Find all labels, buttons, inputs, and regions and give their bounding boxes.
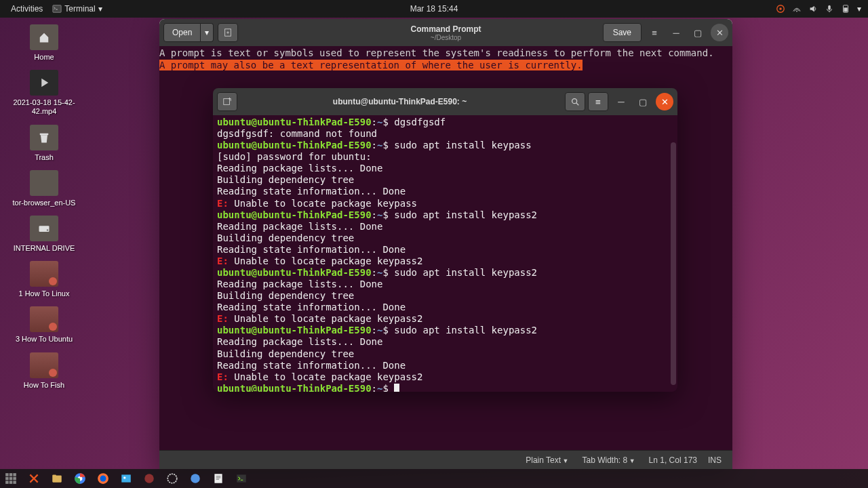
terminal-line: ubuntu@ubuntu-ThinkPad-E590:~$ sudo apt … (217, 325, 673, 336)
maximize-button[interactable]: ▢ (634, 93, 652, 110)
folder-icon (30, 306, 58, 332)
minimize-button[interactable]: ─ (667, 24, 685, 41)
svg-point-31 (144, 474, 154, 483)
desktop-icon[interactable]: Trash (7, 125, 81, 162)
hamburger-menu-button[interactable]: ≡ (646, 24, 663, 41)
desktop-icon-label: 3 How To Ubuntu (16, 335, 73, 344)
tabwidth-dropdown[interactable]: Tab Width: 8 (582, 455, 635, 465)
folder-icon (30, 170, 58, 196)
dock-app-x[interactable] (27, 472, 41, 485)
circle-icon (166, 472, 178, 485)
chrome-icon (74, 472, 86, 485)
svg-rect-21 (9, 481, 13, 484)
dock-app-circle[interactable] (165, 472, 179, 485)
gedit-subtitle-label: ~/Desktop (410, 34, 481, 41)
terminal-line: E: Unable to locate package keypass (217, 198, 673, 209)
syntax-dropdown[interactable]: Plain Text (526, 455, 568, 465)
terminal-line: E: Unable to locate package keypass2 (217, 313, 673, 325)
search-button[interactable] (565, 92, 585, 111)
svg-point-3 (796, 11, 797, 12)
terminal-line: Reading state information... Done (217, 360, 673, 371)
desktop-icon-label: 1 How To Linux (18, 289, 69, 298)
activities-button[interactable]: Activities (7, 4, 47, 14)
svg-rect-15 (9, 473, 13, 476)
svg-rect-8 (40, 133, 49, 135)
new-document-icon (223, 28, 233, 37)
desktop-icon-label: Trash (35, 153, 54, 162)
chevron-down-icon[interactable]: ▾ (857, 4, 861, 14)
open-recent-dropdown[interactable]: ▾ (201, 23, 214, 42)
terminal-line: ubuntu@ubuntu-ThinkPad-E590:~$ sudo apt … (217, 267, 673, 279)
terminal-line: Building dependency tree (217, 174, 673, 186)
dock-app-gedit[interactable] (212, 472, 225, 485)
dock-app-image-viewer[interactable] (119, 472, 133, 485)
terminal-line: Reading state information... Done (217, 302, 673, 313)
terminal-title: ubuntu@ubuntu-ThinkPad-E590: ~ (237, 97, 562, 106)
volume-icon[interactable] (808, 4, 818, 14)
svg-rect-20 (5, 481, 9, 484)
desktop-icon[interactable]: tor-browser_en-US (7, 170, 81, 207)
desktop-icon[interactable]: 3 How To Ubuntu (7, 306, 81, 344)
network-icon[interactable] (792, 4, 802, 14)
new-tab-button[interactable] (217, 92, 237, 111)
svg-rect-4 (828, 5, 831, 10)
desktop-icon[interactable]: 2021-03-18 15-42-42.mp4 (7, 70, 81, 116)
desktop-icon-label: INTERNAL DRIVE (14, 244, 75, 253)
mic-icon[interactable] (825, 4, 834, 14)
terminal-line: ubuntu@ubuntu-ThinkPad-E590:~$ (217, 383, 673, 392)
desktop-icon[interactable]: Home (7, 24, 81, 62)
dock-app-blue[interactable] (189, 472, 202, 485)
minimize-button[interactable]: ─ (612, 93, 630, 110)
svg-rect-24 (52, 474, 56, 476)
insert-mode-label[interactable]: INS (708, 455, 722, 465)
screencast-icon[interactable] (776, 4, 785, 14)
dock (0, 469, 868, 488)
dock-app-firefox[interactable] (96, 472, 110, 485)
close-button[interactable]: ✕ (711, 24, 728, 41)
svg-rect-6 (844, 7, 847, 12)
clock-label[interactable]: Mar 18 15:44 (410, 4, 458, 14)
dock-app-red[interactable] (142, 472, 156, 485)
svg-rect-16 (13, 473, 16, 476)
gedit-line-selected: A prompt may also be a text representati… (159, 60, 583, 70)
terminal-line: ubuntu@ubuntu-ThinkPad-E590:~$ dgsdfgsdf (217, 117, 673, 128)
desktop-icon[interactable]: How To Fish (7, 352, 81, 390)
desktop-icon[interactable]: 1 How To Linux (7, 261, 81, 298)
dock-app-terminal[interactable] (235, 472, 248, 485)
gedit-title-label: Command Prompt (410, 24, 481, 34)
svg-rect-17 (5, 477, 9, 481)
terminal-line: Reading state information... Done (217, 186, 673, 197)
svg-point-2 (779, 7, 782, 10)
svg-marker-7 (41, 79, 48, 87)
terminal-line: [sudo] password for ubuntu: (217, 151, 673, 163)
system-tray: ▾ (776, 4, 861, 14)
show-apps-button[interactable] (4, 472, 18, 485)
folder-icon (30, 125, 58, 150)
close-button[interactable]: ✕ (656, 93, 673, 110)
svg-rect-0 (53, 5, 61, 13)
desktop-icon-label: How To Fish (24, 381, 64, 390)
folder-icon (30, 352, 58, 378)
open-button[interactable]: Open (163, 23, 201, 42)
svg-rect-14 (5, 473, 9, 476)
terminal-icon (52, 4, 62, 14)
terminal-body[interactable]: ubuntu@ubuntu-ThinkPad-E590:~$ dgsdfgsdf… (213, 115, 677, 392)
new-tab-button[interactable] (218, 23, 238, 42)
scrollbar[interactable] (671, 142, 676, 385)
terminal-line: Building dependency tree (217, 290, 673, 302)
hamburger-menu-button[interactable]: ≡ (588, 92, 608, 111)
save-button[interactable]: Save (603, 23, 642, 42)
dock-app-chrome[interactable] (73, 472, 87, 485)
terminal-line: Reading state information... Done (217, 244, 673, 256)
desktop-icon[interactable]: INTERNAL DRIVE (7, 216, 81, 253)
terminal-header: ubuntu@ubuntu-ThinkPad-E590: ~ ≡ ─ ▢ ✕ (213, 88, 677, 115)
dock-app-files[interactable] (50, 472, 64, 485)
image-icon (120, 472, 132, 485)
terminal-line: E: Unable to locate package keypass2 (217, 371, 673, 383)
app-menu[interactable]: Terminal ▾ (47, 4, 107, 14)
svg-rect-12 (224, 99, 230, 105)
gedit-statusbar: Plain Text Tab Width: 8 Ln 1, Col 173 IN… (159, 450, 732, 469)
maximize-button[interactable]: ▢ (689, 24, 707, 41)
svg-point-30 (123, 476, 125, 479)
battery-icon[interactable] (841, 4, 850, 14)
